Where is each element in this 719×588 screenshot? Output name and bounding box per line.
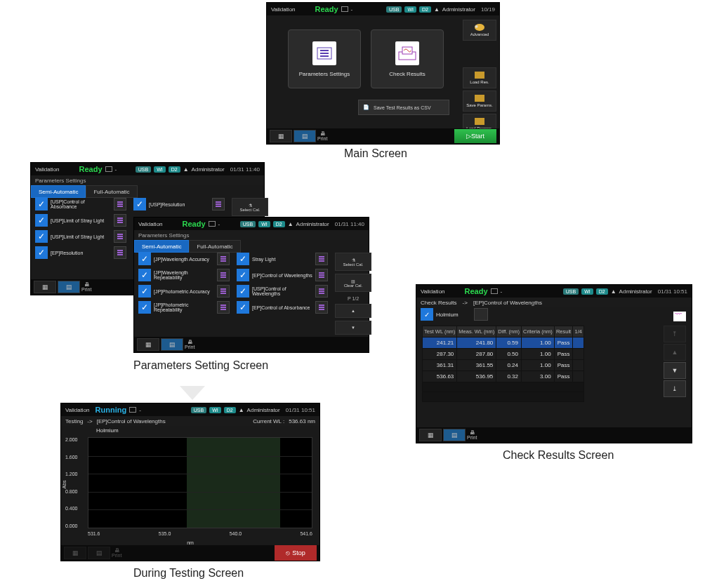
list-view-button[interactable]: ▤ [443,429,466,441]
card-check-results[interactable]: Check Results [371,29,444,88]
config-button[interactable] [217,253,230,265]
save-params-button[interactable]: Save Params. [463,91,496,112]
param-label: [JP]Wavelength Accuracy [154,257,214,262]
tab-full-automatic[interactable]: Full-Automatic [189,240,240,253]
checkbox[interactable]: ✓ [237,269,249,281]
page-last-button[interactable]: ⤓ [664,380,686,397]
y-tick: 0.800 [65,489,78,494]
checkbox[interactable]: ✓ [35,198,48,211]
load-results-label: Load Res. [470,80,489,84]
select-cal-button[interactable]: ⚗ Select Cal. [335,253,371,271]
config-button[interactable] [315,301,328,314]
config-button[interactable] [114,198,126,211]
d2-chip: D2 [169,166,180,173]
load-results-button[interactable]: Load Res. [463,67,496,88]
checkbox[interactable]: ✓ [133,198,146,211]
footer-bar: ▦ ▤ 🖶 Print ▷ Start [267,128,499,144]
grid-view-button[interactable]: ▦ [137,338,159,351]
column-header: Criteria (nm) [522,326,555,338]
config-button[interactable] [217,285,230,298]
checkbox[interactable]: ✓ [138,301,151,314]
config-button[interactable] [217,301,230,314]
app-title: Validation [65,407,90,413]
param-item: ✓ [JP]Photometric Accuracy [138,285,230,298]
config-button[interactable] [315,269,328,281]
checkbox[interactable]: ✓ [35,214,48,227]
print-button: 🖶 Print [112,548,121,558]
config-button[interactable] [114,230,126,243]
config-button[interactable] [114,246,126,259]
table-row[interactable]: 241.21241.800.591.00 Pass [423,338,584,349]
tab-full-automatic[interactable]: Full-Automatic [86,185,137,198]
tab-semi-automatic[interactable]: Semi-Automatic [134,240,189,253]
datetime: 01/31 11:40 [335,221,364,227]
select-cal-label: Select Cal. [239,208,260,212]
page-down-button[interactable]: ▼ [664,362,686,379]
config-button[interactable] [315,285,328,298]
datetime: 01/31 11:40 [230,166,260,173]
config-button[interactable] [114,214,126,227]
table-row[interactable]: 536.63536.950.323.00 Pass [423,371,584,382]
play-icon: ▷ [466,133,471,140]
scan-highlight-band [187,438,281,528]
grid-view-button[interactable]: ▦ [419,429,442,441]
config-button[interactable] [217,269,230,281]
table-row[interactable]: 287.30287.800.501.00 Pass [423,349,584,360]
show-graph-button[interactable] [673,312,686,321]
usb-chip: USB [191,407,206,413]
csv-icon: 📄 [363,105,369,110]
datetime: 01/31 10:51 [658,288,687,295]
table-row [423,392,584,402]
grid-view-button: ▦ [64,547,86,559]
usb-chip: USB [563,288,579,295]
clear-cal-label: Clear Cal. [344,283,363,288]
print-button[interactable]: 🖶 Print [467,430,477,440]
print-button[interactable]: 🖶 Print [81,282,91,292]
battery-icon [129,407,136,413]
param-item: ✓ [USP]Limit of Stray Light [35,214,126,227]
battery-icon [491,288,498,294]
user-label: Administrator [192,166,225,173]
checkbox[interactable]: ✓ [35,230,48,243]
save-csv-button[interactable]: 📄 Save Test Results as CSV [358,100,449,115]
checkbox[interactable]: ✓ [421,308,433,321]
grid-view-button[interactable]: ▦ [34,281,56,293]
grid-view-button[interactable]: ▦ [270,130,292,142]
page-up-button[interactable]: ▲ [335,304,371,318]
checkbox[interactable]: ✓ [138,269,151,281]
config-button[interactable] [212,198,225,211]
checkbox[interactable]: ✓ [237,285,249,298]
checkbox[interactable]: ✓ [237,253,249,265]
print-button[interactable]: 🖶 Print [185,340,194,349]
list-view-button[interactable]: ▤ [293,130,316,142]
wi-chip: WI [404,6,416,13]
tab-semi-automatic[interactable]: Semi-Automatic [31,185,86,198]
x-tick: 531.6 [88,531,100,538]
select-cal-button[interactable]: ⚗ Select Cal. [232,198,268,216]
stop-button[interactable]: ⦸ Stop [275,545,317,561]
start-button[interactable]: ▷ Start [454,129,496,143]
checkbox[interactable]: ✓ [138,253,151,265]
clear-cal-button[interactable]: ▥ Clear Cal. [335,274,371,292]
config-button[interactable] [315,253,328,265]
list-view-button[interactable]: ▤ [58,281,80,293]
app-title: Validation [271,6,296,13]
card-parameters-settings[interactable]: Parameters Settings [288,29,361,88]
specimen-label: Holmium [436,312,471,318]
status-text: Ready [183,220,206,228]
column-header: Diff. (nm) [496,326,522,338]
checkbox[interactable]: ✓ [237,301,249,314]
specimen-list-button[interactable] [474,308,488,321]
wi-chip: WI [258,221,270,227]
checkbox[interactable]: ✓ [35,246,48,259]
table-row[interactable]: 361.31361.550.241.00 Pass [423,360,584,371]
specimen-selector-row: ✓ Holmium [416,307,692,321]
page-down-button[interactable]: ▼ [335,321,371,335]
list-view-button[interactable]: ▤ [161,338,183,351]
checkbox[interactable]: ✓ [138,285,151,298]
print-button[interactable]: 🖶 Print [317,131,327,141]
advanced-button[interactable]: ✺ Advanced [463,20,496,41]
parameters-icon [312,41,336,65]
usb-chip: USB [386,6,402,13]
results-table: Test WL (nm)Meas. WL (nm)Diff. (nm)Crite… [422,326,584,402]
